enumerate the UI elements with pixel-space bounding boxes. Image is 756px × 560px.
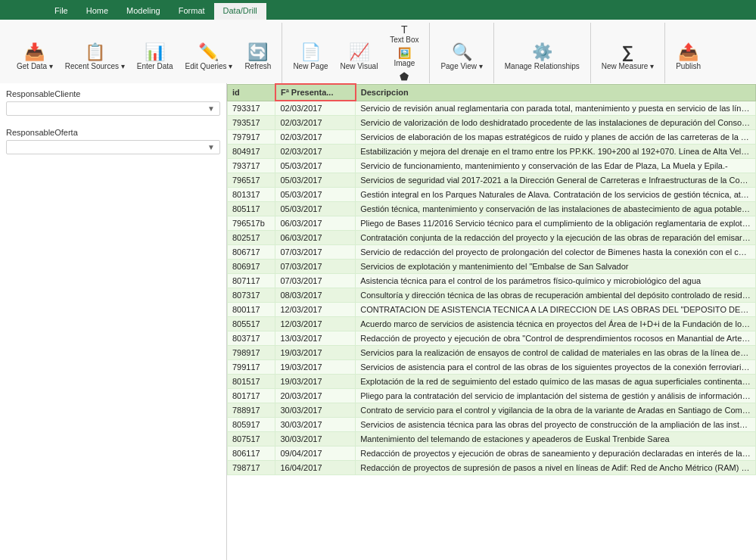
- table-row: 806117 09/04/2017 Redacción de proyectos…: [228, 446, 756, 461]
- cell-id: 807317: [228, 288, 275, 303]
- cell-desc: Redacción de proyectos y ejecución de ob…: [356, 446, 756, 461]
- new-visual-button[interactable]: 📈 New Visual: [336, 42, 383, 73]
- table-row: 798717 16/04/2017 Redacción de proyectos…: [228, 461, 756, 475]
- new-page-button[interactable]: 📄 New Page: [288, 42, 332, 73]
- cell-fecha: 05/03/2017: [275, 159, 356, 173]
- cell-desc: Redacción de proyecto y ejecución de obr…: [356, 331, 756, 346]
- cell-desc: Redacción de proyectos de supresión de p…: [356, 461, 756, 475]
- refresh-label: Refresh: [244, 62, 271, 71]
- cell-fecha: 19/03/2017: [275, 346, 356, 360]
- group-insert-items: 📄 New Page 📈 New Visual T Text Box 🖼️ Im…: [288, 23, 423, 92]
- table-row: 806717 07/03/2017 Servicio de redacción …: [228, 245, 756, 260]
- cell-desc: Servicios de asistencia técnica para las…: [356, 418, 756, 432]
- tab-data-drill[interactable]: Data/Drill: [214, 3, 266, 20]
- table-body: 793317 02/03/2017 Servicio de revisión a…: [228, 101, 756, 475]
- publish-icon: 📤: [678, 44, 698, 61]
- cell-fecha: 12/03/2017: [275, 303, 356, 317]
- group-share-items: 📤 Publish: [671, 23, 705, 92]
- responsable-cliente-label: ResponsableCliente: [6, 89, 220, 98]
- table-row: 806917 07/03/2017 Servicios de explotaci…: [228, 260, 756, 274]
- responsable-cliente-section: ResponsableCliente ▼: [6, 89, 220, 116]
- table-header-row: id Fª Presenta... Descripcion: [228, 84, 756, 101]
- page-view-label: Page View ▾: [440, 62, 482, 71]
- sidebar: ResponsableCliente ▼ ResponsableOferta ▼: [0, 83, 227, 560]
- image-button[interactable]: 🖼️ Image: [385, 46, 423, 68]
- responsable-cliente-select[interactable]: ▼: [6, 101, 220, 116]
- enter-data-button[interactable]: 📊 Enter Data: [132, 42, 178, 73]
- new-measure-icon: ∑: [622, 44, 634, 61]
- publish-button[interactable]: 📤 Publish: [671, 42, 705, 73]
- new-page-icon: 📄: [300, 44, 321, 61]
- get-data-label: Get Data ▾: [17, 62, 53, 71]
- cell-fecha: 02/03/2017: [275, 145, 356, 159]
- image-label: Image: [394, 59, 415, 67]
- cell-desc: Estabilización y mejora del drenaje en e…: [356, 145, 756, 159]
- cell-fecha: 20/03/2017: [275, 389, 356, 403]
- cell-desc: Servicios de elaboración de los mapas es…: [356, 130, 756, 145]
- responsable-oferta-select[interactable]: ▼: [6, 140, 220, 154]
- cell-desc: Consultoría y dirección técnica de las o…: [356, 288, 756, 303]
- cell-desc: Contrato de servicio para el control y v…: [356, 403, 756, 418]
- table-row: 802517 06/03/2017 Contratación conjunta …: [228, 231, 756, 245]
- cell-id: 798717: [228, 461, 275, 475]
- text-box-button[interactable]: T Text Box: [385, 23, 423, 45]
- table-row: 801317 05/03/2017 Gestión integral en lo…: [228, 188, 756, 202]
- cell-fecha: 12/03/2017: [275, 317, 356, 331]
- cell-fecha: 05/03/2017: [275, 188, 356, 202]
- cell-desc: Asistencia técnica para el control de lo…: [356, 274, 756, 288]
- cell-fecha: 09/04/2017: [275, 446, 356, 461]
- tab-modeling[interactable]: Modeling: [117, 3, 170, 20]
- cell-fecha: 02/03/2017: [275, 101, 356, 116]
- cell-fecha: 30/03/2017: [275, 432, 356, 446]
- page-view-icon: 🔍: [452, 44, 472, 61]
- cell-id: 803717: [228, 331, 275, 346]
- group-view-items: 🔍 Page View ▾: [436, 23, 487, 92]
- tab-file[interactable]: File: [45, 3, 77, 20]
- table-row: 797917 02/03/2017 Servicios de elaboraci…: [228, 130, 756, 145]
- recent-sources-button[interactable]: 📋 Recent Sources ▾: [61, 42, 129, 73]
- cell-id: 801717: [228, 389, 275, 403]
- cell-desc: Gestión integral en los Parques Naturale…: [356, 188, 756, 202]
- tab-format[interactable]: Format: [170, 3, 214, 20]
- cell-fecha: 30/03/2017: [275, 418, 356, 432]
- cell-desc: Servicio de revisión anual reglamentaria…: [356, 101, 756, 116]
- cell-id: 802517: [228, 231, 275, 245]
- cell-fecha: 13/03/2017: [275, 331, 356, 346]
- edit-queries-button[interactable]: ✏️ Edit Queries ▾: [181, 42, 238, 73]
- text-box-icon: T: [401, 23, 408, 36]
- data-table: id Fª Presenta... Descripcion 793317 02/…: [227, 83, 756, 475]
- new-visual-icon: 📈: [349, 44, 369, 61]
- table-row: 803717 13/03/2017 Redacción de proyecto …: [228, 331, 756, 346]
- cell-id: 804917: [228, 145, 275, 159]
- cell-id: 805117: [228, 202, 275, 216]
- new-measure-button[interactable]: ∑ New Measure ▾: [597, 42, 658, 73]
- shapes-icon: ⬟: [400, 70, 409, 82]
- page-view-button[interactable]: 🔍 Page View ▾: [436, 42, 487, 73]
- ribbon-tabs: File Home Modeling Format Data/Drill: [0, 0, 756, 20]
- cell-id: 805917: [228, 418, 275, 432]
- cell-id: 788917: [228, 403, 275, 418]
- edit-queries-label: Edit Queries ▾: [185, 62, 233, 71]
- cell-id: 793717: [228, 159, 275, 173]
- cell-desc: Servicio de valorización de lodo deshidr…: [356, 116, 756, 130]
- cell-desc: Servicios para la realización de ensayos…: [356, 346, 756, 360]
- tab-home[interactable]: Home: [77, 3, 117, 20]
- enter-data-label: Enter Data: [137, 62, 173, 71]
- col-header-id[interactable]: id: [228, 84, 275, 101]
- cell-id: 799117: [228, 360, 275, 375]
- cell-fecha: 02/03/2017: [275, 116, 356, 130]
- table-row: 788917 30/03/2017 Contrato de servicio p…: [228, 403, 756, 418]
- table-row: 796517b 06/03/2017 Pliego de Bases 11/20…: [228, 216, 756, 231]
- table-area[interactable]: id Fª Presenta... Descripcion 793317 02/…: [227, 83, 756, 560]
- cell-fecha: 16/04/2017: [275, 461, 356, 475]
- col-header-presenta[interactable]: Fª Presenta...: [275, 84, 356, 101]
- table-row: 807117 07/03/2017 Asistencia técnica par…: [228, 274, 756, 288]
- get-data-button[interactable]: 📥 Get Data ▾: [12, 42, 58, 73]
- cell-desc: CONTRATACION DE ASISTENCIA TECNICA A LA …: [356, 303, 756, 317]
- col-header-descripcion[interactable]: Descripcion: [356, 84, 756, 101]
- manage-relationships-button[interactable]: ⚙️ Manage Relationships: [500, 42, 584, 73]
- cell-fecha: 07/03/2017: [275, 274, 356, 288]
- manage-relationships-label: Manage Relationships: [505, 62, 580, 71]
- refresh-button[interactable]: 🔄 Refresh: [240, 42, 275, 73]
- cell-id: 807517: [228, 432, 275, 446]
